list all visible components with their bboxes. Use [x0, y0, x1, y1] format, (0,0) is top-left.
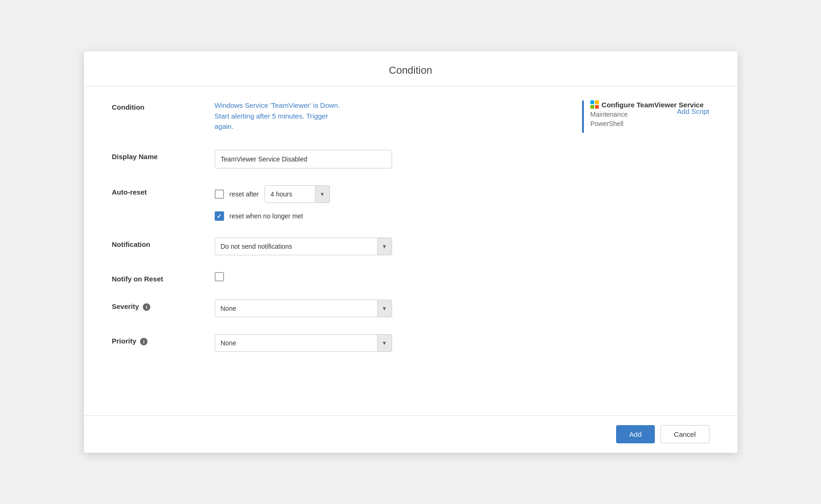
modal-body: Add Script Condition Windows Service 'Te… [84, 86, 737, 415]
display-name-label: Display Name [112, 150, 215, 161]
hours-select[interactable]: 1 hour 2 hours 4 hours 8 hours 12 hours … [265, 185, 330, 203]
severity-select[interactable]: None Low Medium High Critical [215, 300, 392, 317]
condition-line1: Windows Service 'TeamViewer' is Down. [215, 101, 340, 109]
hours-select-wrapper: 1 hour 2 hours 4 hours 8 hours 12 hours … [265, 185, 330, 203]
condition-side-sub2: PowerShell [590, 120, 704, 127]
severity-select-wrapper: None Low Medium High Critical ▼ [215, 300, 392, 317]
severity-row: Severity i None Low Medium High Critical… [112, 300, 704, 317]
severity-label-text: Severity [112, 302, 139, 310]
condition-content: Windows Service 'TeamViewer' is Down. St… [215, 100, 563, 132]
condition-line2: Start alerting after 5 minutes. Trigger [215, 112, 328, 120]
reset-after-checkbox[interactable] [215, 189, 224, 199]
display-name-input[interactable] [215, 150, 392, 168]
severity-label: Severity i [112, 300, 215, 311]
reset-when-row: reset when no longer met [215, 211, 704, 221]
auto-reset-control: reset after 1 hour 2 hours 4 hours 8 hou… [215, 185, 704, 221]
windows-icon [590, 100, 599, 109]
priority-row: Priority i None Low Medium High Critical… [112, 334, 704, 352]
modal-footer: Add Cancel [84, 415, 737, 453]
severity-control: None Low Medium High Critical ▼ [215, 300, 704, 317]
condition-label: Condition [112, 100, 215, 111]
auto-reset-group: reset after 1 hour 2 hours 4 hours 8 hou… [215, 185, 704, 221]
modal-container: Condition Add Script Condition Windows S… [84, 51, 737, 453]
notification-label: Notification [112, 238, 215, 248]
reset-after-text: reset after [230, 190, 259, 198]
condition-text: Windows Service 'TeamViewer' is Down. St… [215, 100, 401, 132]
priority-select-wrapper: None Low Medium High Critical ▼ [215, 334, 392, 352]
condition-side: Configure TeamViewer Service Maintenance… [582, 100, 704, 133]
notification-select-wrapper: Do not send notifications Send notificat… [215, 238, 392, 255]
notification-control: Do not send notifications Send notificat… [215, 238, 704, 255]
display-name-row: Display Name [112, 150, 704, 168]
display-name-control [215, 150, 704, 168]
modal-header: Condition [84, 51, 737, 86]
notify-on-reset-label: Notify on Reset [112, 272, 215, 283]
add-script-link[interactable]: Add Script [677, 107, 709, 115]
condition-row: Condition Windows Service 'TeamViewer' i… [112, 100, 704, 133]
cancel-button[interactable]: Cancel [660, 425, 709, 443]
priority-select[interactable]: None Low Medium High Critical [215, 334, 392, 352]
priority-label: Priority i [112, 334, 215, 345]
condition-line3: again. [215, 122, 234, 130]
reset-after-row: reset after 1 hour 2 hours 4 hours 8 hou… [215, 185, 704, 203]
reset-when-checkbox[interactable] [215, 211, 224, 221]
auto-reset-label: Auto-reset [112, 185, 215, 196]
notify-on-reset-checkbox[interactable] [215, 272, 224, 281]
priority-info-icon[interactable]: i [140, 338, 147, 345]
notify-on-reset-row: Notify on Reset [112, 272, 704, 283]
severity-info-icon[interactable]: i [143, 303, 150, 311]
notify-on-reset-control [215, 272, 704, 281]
priority-label-text: Priority [112, 337, 137, 345]
add-button[interactable]: Add [616, 425, 655, 443]
notification-row: Notification Do not send notifications S… [112, 238, 704, 255]
auto-reset-row: Auto-reset reset after 1 hour 2 hours 4 … [112, 185, 704, 221]
reset-when-text: reset when no longer met [230, 212, 303, 220]
notification-select[interactable]: Do not send notifications Send notificat… [215, 238, 392, 255]
priority-control: None Low Medium High Critical ▼ [215, 334, 704, 352]
condition-side-bar [582, 100, 584, 133]
modal-title: Condition [84, 64, 737, 77]
